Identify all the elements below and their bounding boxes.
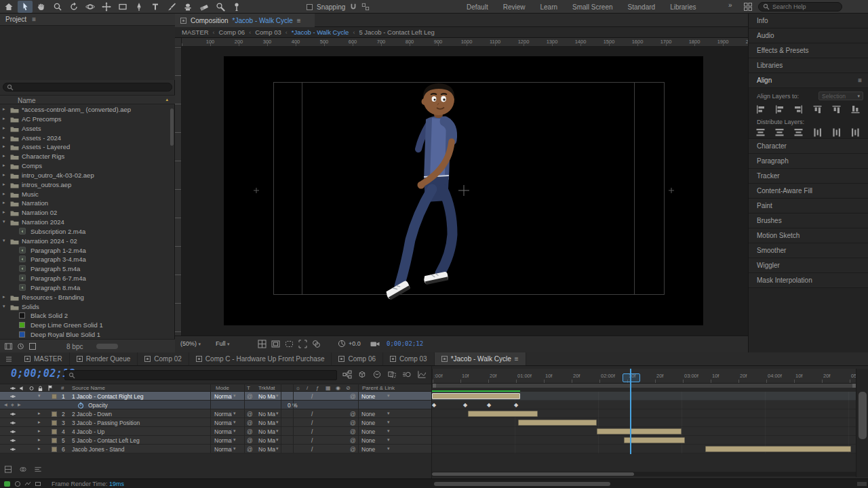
- panel-tab-libraries[interactable]: Libraries: [749, 58, 868, 73]
- parent-pickwhip-icon[interactable]: @: [350, 437, 356, 444]
- next-keyframe-icon[interactable]: ▶: [18, 402, 21, 407]
- collapse-arrow-icon[interactable]: ▾: [3, 304, 5, 309]
- graph-editor-icon[interactable]: [417, 370, 427, 379]
- quality-switch[interactable]: /: [311, 411, 313, 418]
- project-item[interactable]: ▸Comps: [0, 161, 175, 170]
- parent-link-dropdown[interactable]: None: [361, 446, 375, 453]
- layer-row[interactable]: ▸6Jacob Jones - StandNormal▾@No Matte▾/@…: [0, 445, 432, 453]
- clone-stamp-tool[interactable]: [180, 1, 195, 13]
- footage-icon[interactable]: [4, 342, 13, 350]
- number-column-header[interactable]: #: [61, 385, 64, 391]
- breadcrumb-5-jacob-contact-left-leg[interactable]: 5 Jacob - Contact Left Leg: [359, 28, 434, 36]
- workspace-small-screen[interactable]: Small Screen: [572, 3, 612, 11]
- parent-link-dropdown[interactable]: None: [361, 420, 375, 426]
- label-color-swatch[interactable]: [52, 420, 57, 426]
- project-item[interactable]: ▾Narration 2024 - 02: [0, 236, 175, 245]
- eye-icon[interactable]: [9, 438, 16, 443]
- layer-duration-bar[interactable]: [597, 428, 682, 434]
- expand-arrow-icon[interactable]: ▸: [3, 163, 5, 168]
- expand-arrow-icon[interactable]: ▸: [3, 135, 5, 140]
- eye-icon[interactable]: [9, 447, 16, 452]
- expand-arrow-icon[interactable]: ▸: [38, 428, 41, 434]
- eye-icon[interactable]: [9, 429, 16, 434]
- project-item[interactable]: Paragraph 6-7.m4a: [0, 273, 175, 283]
- panel-tab-content-aware-fill[interactable]: Content-Aware Fill: [749, 184, 868, 199]
- panel-tab-info[interactable]: Info: [749, 14, 868, 28]
- trkmat-pickwhip-icon[interactable]: @: [247, 446, 253, 453]
- depth-pill[interactable]: [96, 344, 118, 349]
- composition-viewer[interactable]: [182, 47, 748, 336]
- solo-column-icon[interactable]: [28, 386, 35, 391]
- parent-pickwhip-icon[interactable]: @: [350, 446, 356, 453]
- panel-tab-paragraph[interactable]: Paragraph: [749, 154, 868, 169]
- audio-column-icon[interactable]: [19, 386, 25, 391]
- magnification-dropdown[interactable]: (50%) ▾: [180, 340, 201, 347]
- panel-list-icon[interactable]: [0, 352, 18, 365]
- property-row-opacity[interactable]: ◀◆▶Opacity0 %: [0, 401, 432, 409]
- expand-transfer-controls-icon[interactable]: [19, 466, 27, 473]
- track-matte-dropdown[interactable]: No Matte: [258, 428, 275, 435]
- layer-duration-bar[interactable]: [468, 411, 538, 417]
- pen-tool[interactable]: [132, 1, 146, 13]
- expand-arrow-icon[interactable]: ▸: [38, 446, 41, 451]
- collapse-arrow-icon[interactable]: ▾: [3, 219, 5, 224]
- panel-menu-icon[interactable]: ≡: [858, 77, 862, 84]
- pan-behind-tool[interactable]: [99, 1, 114, 13]
- track-matte-dropdown[interactable]: No Matte: [258, 437, 275, 444]
- expand-inout-columns-icon[interactable]: [34, 466, 42, 473]
- align-bottom-button[interactable]: [850, 104, 861, 114]
- project-item[interactable]: ▸intros_outros.aep: [0, 180, 175, 189]
- panel-tab-character[interactable]: Character: [749, 139, 868, 154]
- timeline-tab-comp-03[interactable]: Comp 03: [383, 352, 435, 365]
- panel-tab-mask-interpolation[interactable]: Mask Interpolation: [749, 273, 868, 288]
- performance-icon[interactable]: [24, 481, 31, 487]
- quality-switch-icon[interactable]: /: [307, 385, 308, 391]
- expand-arrow-icon[interactable]: ▸: [3, 182, 5, 187]
- composition-tab[interactable]: Composition *Jacob - Walk Cycle ≡: [175, 14, 315, 27]
- expand-arrow-icon[interactable]: ▸: [3, 125, 5, 131]
- layer-duration-bar[interactable]: [624, 437, 685, 443]
- eraser-tool[interactable]: [197, 1, 212, 13]
- snap-magnet-icon[interactable]: [349, 3, 357, 11]
- project-item[interactable]: ▸Assets - Layered: [0, 142, 175, 151]
- parent-link-column-header[interactable]: Parent & Link: [362, 385, 395, 391]
- panel-tab-paint[interactable]: Paint: [749, 199, 868, 214]
- expand-arrow-icon[interactable]: ▸: [3, 106, 5, 112]
- quality-switch[interactable]: /: [311, 393, 313, 400]
- track-matte-dropdown[interactable]: No Matte: [258, 411, 275, 418]
- project-item[interactable]: Deep Lime Green Solid 1: [0, 320, 175, 329]
- project-item[interactable]: ▾Solids: [0, 302, 175, 311]
- expand-arrow-icon[interactable]: ▸: [38, 411, 41, 416]
- parent-link-dropdown[interactable]: None: [361, 393, 375, 400]
- align-right-button[interactable]: [793, 104, 804, 114]
- parent-pickwhip-icon[interactable]: @: [350, 428, 356, 435]
- effects-switch-icon[interactable]: ƒ: [316, 385, 319, 391]
- layer-duration-bar[interactable]: [705, 446, 851, 452]
- keyframe-icon[interactable]: ◆: [487, 402, 491, 408]
- workspace-standard[interactable]: Standard: [628, 3, 656, 11]
- mask-visibility-icon[interactable]: [285, 340, 294, 348]
- distribute-h-center-button[interactable]: [831, 127, 842, 137]
- collapse-switch-icon[interactable]: ☼: [296, 385, 300, 391]
- layer-name[interactable]: Jacob Jones - Stand: [72, 446, 208, 453]
- timeline-tab-comp-c-hardware-up-front-purchase[interactable]: Comp C - Hardware Up Front Purchase: [189, 352, 332, 365]
- quality-switch[interactable]: /: [311, 437, 313, 444]
- trkmat-pickwhip-icon[interactable]: @: [247, 393, 253, 400]
- timeline-search-field[interactable]: [64, 370, 337, 380]
- safe-zones-icon[interactable]: [271, 340, 280, 348]
- workspace-default[interactable]: Default: [467, 3, 488, 11]
- project-item[interactable]: Deep Royal Blue Solid 1: [0, 329, 175, 339]
- breadcrumb-comp-03[interactable]: Comp 03: [255, 28, 281, 36]
- timeline-tab-master[interactable]: MASTER: [18, 352, 70, 365]
- resolution-dropdown[interactable]: Full ▾: [216, 340, 230, 347]
- blend-mode-dropdown[interactable]: Normal: [214, 411, 232, 418]
- horizontal-ruler[interactable]: 1002003004005006007008009001000110012001…: [182, 38, 748, 47]
- layer-name[interactable]: 2 Jacob - Down: [72, 411, 208, 418]
- project-item[interactable]: ▸Narration 02: [0, 207, 175, 217]
- sort-indicator-icon[interactable]: ▴: [165, 97, 168, 102]
- project-item[interactable]: ▸Music: [0, 189, 175, 199]
- project-item[interactable]: ▸AC Precomps: [0, 114, 175, 123]
- video-column-icon[interactable]: [9, 386, 16, 391]
- mini-flowchart-icon[interactable]: [342, 370, 352, 379]
- hand-tool[interactable]: [34, 1, 49, 13]
